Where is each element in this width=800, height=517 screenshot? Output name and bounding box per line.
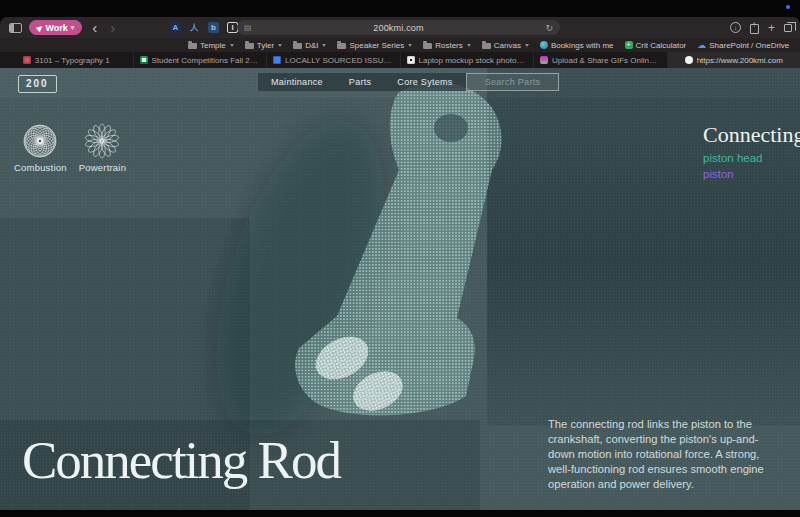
category-powertrain[interactable]: Powertrain: [79, 123, 126, 173]
link-piston-head[interactable]: piston head: [703, 152, 800, 164]
category-list: Combustion Powertrain: [14, 123, 126, 173]
chevron-down-icon: [525, 44, 529, 47]
favorite-bookings[interactable]: Bookings with me: [540, 41, 614, 50]
part-description: The connecting rod links the piston to t…: [548, 417, 784, 491]
chevron-down-icon: [278, 44, 282, 47]
send-icon: ▶: [35, 23, 44, 33]
chevron-down-icon: [467, 44, 471, 47]
tab-typography[interactable]: 3101 – Typography 1: [0, 52, 134, 68]
share-icon[interactable]: ↑: [750, 24, 759, 34]
address-bar[interactable]: ▤ 200kmi.com ↻: [237, 20, 560, 35]
category-label: Powertrain: [79, 162, 126, 173]
nav-core-sytems[interactable]: Core Sytems: [384, 73, 465, 91]
link-piston[interactable]: piston: [703, 168, 800, 180]
favorite-folder-rosters[interactable]: Rosters: [423, 41, 471, 50]
site-logo[interactable]: 200: [18, 75, 57, 93]
chevron-down-icon: ▾: [71, 24, 75, 32]
white-photo-favicon: [407, 56, 415, 64]
favorite-folder-canvas[interactable]: Canvas: [482, 41, 529, 50]
chevron-down-icon: [408, 44, 412, 47]
tab-200kmi-active[interactable]: https://www.200kmi.com: [668, 52, 800, 68]
screen: ▶ Work ▾ ‹ › A 人 b I ▤ 200kmi.com ↻ ↓ ↑ …: [0, 0, 800, 517]
nav-segment: Maintinance Parts Core Sytems: [258, 73, 466, 91]
chevron-down-icon: [322, 44, 326, 47]
favorite-crit-calculator[interactable]: Crit Calculator: [625, 41, 687, 50]
red-grid-favicon: [23, 56, 31, 64]
powertrain-ring-icon: [84, 123, 120, 159]
tab-giphy[interactable]: Upload & Share GIFs Online | GIPHY: [534, 52, 668, 68]
adobe-extension-icon[interactable]: A: [170, 22, 181, 33]
browser-toolbar: ▶ Work ▾ ‹ › A 人 b I ▤ 200kmi.com ↻ ↓ ↑ …: [0, 17, 800, 38]
folder-icon: [188, 43, 197, 49]
nav-maintinance[interactable]: Maintinance: [258, 73, 336, 91]
folder-icon: [293, 43, 302, 49]
green-plus-icon: [625, 41, 633, 49]
favorite-folder-speaker-series[interactable]: Speaker Series: [337, 41, 412, 50]
sidebar-toggle-icon[interactable]: [9, 23, 22, 33]
combustion-spirograph-icon: [22, 123, 58, 159]
folder-icon: [423, 43, 432, 49]
page-title: Connecting Rod: [22, 430, 340, 490]
chevron-down-icon: [230, 44, 234, 47]
tab-locally-sourced[interactable]: LOCALLY SOURCED ISSUE 04 Bulk Submiss...: [267, 52, 401, 68]
favorite-sharepoint[interactable]: ☁SharePoint / OneDrive: [697, 41, 789, 50]
profile-work-button[interactable]: ▶ Work ▾: [29, 20, 82, 35]
part-panel-heading: Connecting: [703, 122, 800, 148]
site-nav: Maintinance Parts Core Sytems Search Par…: [258, 73, 559, 91]
favorite-folder-tyler[interactable]: Tyler: [245, 41, 282, 50]
category-label: Combustion: [14, 162, 67, 173]
profile-label: Work: [45, 23, 67, 33]
search-parts-button[interactable]: Search Parts: [466, 73, 560, 91]
folder-icon: [245, 43, 254, 49]
folder-icon: [482, 43, 491, 49]
part-panel: Connecting piston head piston: [703, 122, 800, 180]
favorite-folder-dei[interactable]: D&I: [293, 41, 326, 50]
google-sheets-favicon: [140, 56, 148, 64]
tab-overview-icon[interactable]: [784, 24, 792, 32]
cloud-icon: ☁: [697, 41, 706, 49]
back-button[interactable]: ‹: [89, 20, 100, 35]
url-text: 200kmi.com: [237, 23, 560, 33]
category-combustion[interactable]: Combustion: [14, 123, 67, 173]
favorite-folder-temple[interactable]: Temple: [188, 41, 234, 50]
person-extension-icon[interactable]: 人: [189, 22, 200, 33]
downloads-icon[interactable]: ↓: [730, 22, 741, 33]
bottom-strip: [0, 510, 800, 517]
white-dot-favicon: [685, 56, 693, 64]
tab-strip: 3101 – Typography 1 Student Competitions…: [0, 52, 800, 68]
nav-parts[interactable]: Parts: [336, 73, 385, 91]
blue-doc-favicon: [273, 56, 281, 64]
forward-button[interactable]: ›: [107, 20, 118, 35]
extension-icons: A 人 b I: [170, 22, 238, 33]
page-content: 200 Maintinance Parts Core Sytems Search…: [0, 68, 800, 510]
tab-laptop-mockup[interactable]: Laptop mockup stock photos, royalty-free…: [401, 52, 535, 68]
page-info-icon[interactable]: ▤: [244, 23, 252, 32]
b-extension-icon[interactable]: b: [208, 22, 219, 33]
reload-icon[interactable]: ↻: [545, 23, 553, 33]
notification-dot: [786, 5, 790, 9]
giphy-rainbow-favicon: [540, 56, 548, 64]
bookings-circle-icon: [540, 41, 548, 49]
favorites-bar: Temple Tyler D&I Speaker Series Rosters …: [0, 38, 800, 52]
folder-icon: [337, 43, 346, 49]
new-tab-icon[interactable]: +: [768, 22, 775, 34]
menu-bar-strip: [0, 0, 800, 17]
tab-student-competitions[interactable]: Student Competitions Fall 2025 - Google …: [134, 52, 268, 68]
